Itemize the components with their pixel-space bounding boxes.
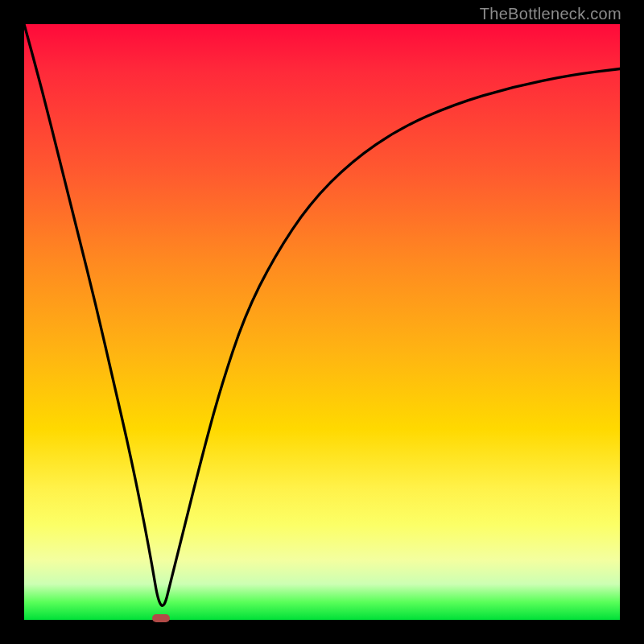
minimum-marker xyxy=(152,614,170,622)
chart-frame: TheBottleneck.com xyxy=(0,0,644,644)
plot-area xyxy=(24,24,620,620)
watermark-text: TheBottleneck.com xyxy=(480,5,621,23)
curve-path xyxy=(24,24,620,605)
bottleneck-curve xyxy=(24,24,620,620)
